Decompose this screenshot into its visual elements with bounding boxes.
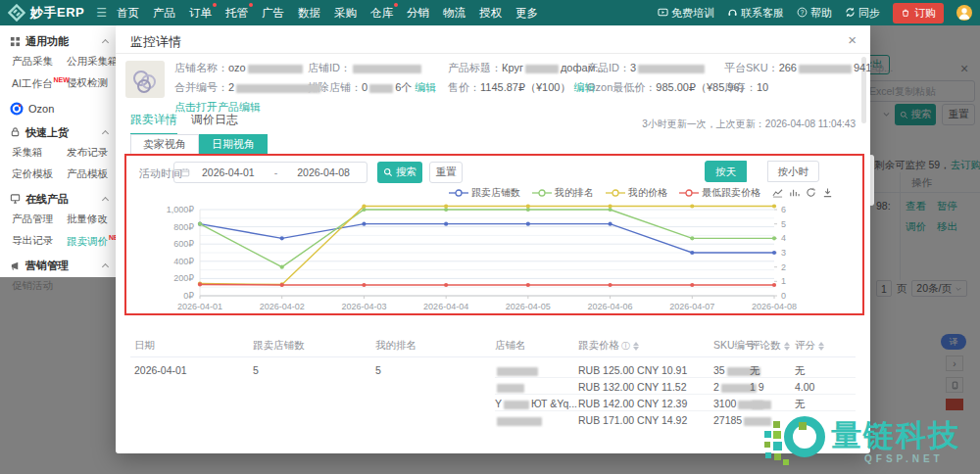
nav-sync[interactable]: 同步 [845,6,880,21]
sidebar-section-items: 促销活动 [0,279,116,293]
watermark: 量链科技 QFSP.NET [762,411,980,474]
product-thumbnail [125,61,165,98]
sidebar-item-定价模板[interactable]: 定价模板 [12,167,67,181]
nav-item-11[interactable]: 授权 [479,6,502,21]
nav-item-3[interactable]: 订单 [189,6,212,21]
nav-item-7[interactable]: 采购 [334,6,357,21]
cell-follow-price: RUB 171.00 CNY 14.92 [578,414,687,426]
nav-item-12[interactable]: 更多 [515,6,538,21]
sidebar-item-产品模板[interactable]: 产品模板 [67,167,122,181]
field-label: 产品标题： [448,62,502,73]
info-field: 平台SKU：266941-ф... [724,61,857,75]
cart-icon [901,8,910,18]
modal-title: 监控详情 [130,33,181,51]
close-icon[interactable]: × [848,31,857,48]
granularity-day[interactable]: 按天 [705,161,747,182]
sidebar-item-侵权检测[interactable]: 侵权检测 [67,76,122,91]
watermark-square [773,421,780,428]
sidebar-section-营销管理[interactable]: 营销管理 [0,254,116,277]
svg-text:0₽: 0₽ [183,291,194,301]
field-label: Ozon最低价： [587,81,656,93]
blurred-text [752,401,763,409]
sidebar-item-公用采集箱[interactable]: 公用采集箱 [67,55,122,69]
svg-text:1,000₽: 1,000₽ [167,205,195,214]
search-button[interactable]: 搜索 [377,162,422,183]
reset-button[interactable]: 重置 [429,162,463,183]
sidebar-item-导出记录[interactable]: 导出记录 [12,234,67,249]
download-icon[interactable] [822,187,833,198]
edit-link[interactable]: 编辑 [412,81,436,93]
view-tab-date[interactable]: 日期视角 [199,134,268,155]
sidebar-section-快速上货[interactable]: 快速上货 [0,120,116,144]
legend-item-跟卖店铺数[interactable]: 跟卖店铺数 [449,186,520,200]
sidebar-item-产品采集[interactable]: 产品采集 [12,55,67,69]
nav-item-10[interactable]: 物流 [443,6,466,21]
refresh-icon[interactable] [806,187,816,198]
date-from: 2026-04-01 [202,166,255,178]
nav-training[interactable]: 免费培训 [658,6,714,21]
info-field: 店铺ID： [308,61,448,75]
brand-name: 妙手ERP [30,4,84,22]
sidebar-section-在线产品[interactable]: 在线产品 [0,187,116,211]
monitor-detail-modal: 监控详情 × 店铺名称：ozo合并编号：2点击打开产品编辑店铺ID：排除店铺：0… [116,24,870,453]
info-column-5: 平台SKU：266941-ф...库存：10 [724,61,857,119]
col-header-跟卖店铺数: 跟卖店铺数 [253,339,305,353]
svg-text:?: ? [801,9,805,16]
nav-item-9[interactable]: 分销 [407,6,429,21]
chevron-up-icon [102,263,109,270]
sidebar-item-产品管理[interactable]: 产品管理 [12,213,67,226]
line-chart-icon[interactable] [772,187,783,198]
nav-item-4[interactable]: 托管 [225,6,248,21]
bar-chart-icon[interactable] [789,187,800,198]
sort-icon[interactable] [818,342,824,351]
row-divider [495,394,856,395]
sidebar-item-AI工作台[interactable]: AI工作台NEW [12,76,67,91]
nav-item-1[interactable]: 首页 [117,6,139,21]
blurred-text [497,367,538,376]
cell-my-rank: 5 [375,364,381,376]
avatar[interactable] [956,5,972,21]
sidebar: 通用功能产品采集公用采集箱AI工作台NEW侵权检测Ozon快速上货采集箱发布记录… [0,25,116,277]
watermark-square [799,422,807,430]
nav-item-6[interactable]: 数据 [298,6,320,21]
legend-item-我的价格[interactable]: 我的价格 [606,186,667,200]
watermark-square [764,431,771,438]
sidebar-section-Ozon[interactable]: Ozon [0,97,116,120]
cell-reviews: 无 [750,364,760,378]
nav-item-8[interactable]: 仓库 [370,6,393,21]
watermark-square [783,459,789,465]
sort-icon[interactable] [784,342,790,351]
blurred-text [638,65,705,73]
tab-follow-detail[interactable]: 跟卖详情 [130,112,177,135]
menu-toggle-icon[interactable]: ☰ [96,6,107,20]
highlight-annotation-box: 活动时间 2026-04-01 - 2026-04-08 搜索 重置 按天 按小… [124,154,864,315]
info-column-3: 产品标题：Кругдофам...售价：1145.87₽（¥100） 编辑 [448,61,587,119]
nav-help[interactable]: ?帮助 [797,6,832,21]
sidebar-item-批量修改[interactable]: 批量修改 [67,213,122,226]
watermark-square [773,431,781,439]
sidebar-item-跟卖调价[interactable]: 跟卖调价NEW [67,234,122,249]
sidebar-item-发布记录[interactable]: 发布记录 [67,146,122,160]
chevron-up-icon [102,129,109,136]
nav-item-2[interactable]: 产品 [153,6,175,21]
date-range-input[interactable]: 2026-04-01 - 2026-04-08 [173,162,368,183]
watermark-square [774,453,781,460]
sidebar-item-促销活动[interactable]: 促销活动 [12,279,67,293]
granularity-hour[interactable]: 按小时 [767,161,820,182]
sidebar-section-通用功能[interactable]: 通用功能 [0,29,116,53]
grid-icon [10,36,21,48]
order-button[interactable]: 订购 [893,3,944,24]
nav-item-5[interactable]: 广告 [262,6,284,21]
navbar-right: 免费培训联系客服?帮助同步 订购 [658,3,980,24]
tab-reprice-log[interactable]: 调价日志 [191,112,238,133]
legend-item-最低跟卖价格[interactable]: 最低跟卖价格 [679,186,760,200]
sidebar-section-items: 产品采集公用采集箱AI工作台NEW侵权检测 [0,55,116,91]
sidebar-item-采集箱[interactable]: 采集箱 [12,146,67,160]
legend-item-我的排名[interactable]: 我的排名 [532,186,594,200]
info-field: 产品标题：Кругдофам... [448,61,587,75]
app-logo-icon [8,4,25,22]
info-field: 合并编号：2 [174,80,308,95]
sort-icon[interactable] [633,342,639,351]
nav-service[interactable]: 联系客服 [727,6,784,21]
view-tab-seller[interactable]: 卖家视角 [130,134,199,155]
